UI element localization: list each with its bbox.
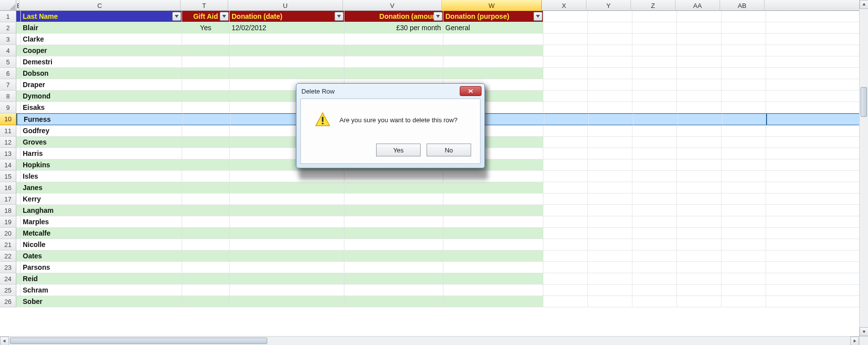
- cell-donation-date[interactable]: [230, 182, 344, 194]
- cell-b[interactable]: [16, 159, 21, 171]
- cell-b[interactable]: [16, 137, 21, 148]
- horizontal-scrollbar[interactable]: [0, 336, 859, 345]
- cell-blank[interactable]: [588, 296, 632, 307]
- cell-blank[interactable]: [722, 159, 766, 171]
- cell-donation-amount[interactable]: [344, 45, 443, 56]
- cell-donation-amount[interactable]: [344, 34, 443, 45]
- cell-donation-amount[interactable]: [344, 250, 443, 262]
- cell-gift-aid[interactable]: [182, 56, 230, 68]
- row-header-12[interactable]: 12: [0, 137, 16, 148]
- cell-gift-aid[interactable]: [182, 182, 230, 194]
- cell-gift-aid[interactable]: [182, 34, 230, 45]
- cell-gift-aid[interactable]: [182, 216, 230, 228]
- scroll-down-arrow[interactable]: [860, 327, 868, 336]
- cell-b[interactable]: [16, 171, 21, 182]
- row-header-20[interactable]: 20: [0, 228, 16, 239]
- cell-blank[interactable]: [632, 102, 677, 113]
- cell-blank[interactable]: [632, 239, 677, 250]
- cell-blank[interactable]: [722, 285, 766, 296]
- cell-blank[interactable]: [722, 56, 766, 68]
- cell-blank[interactable]: [588, 45, 632, 56]
- cell-donation-purpose[interactable]: [443, 216, 543, 228]
- cell-blank[interactable]: [543, 125, 588, 137]
- table-row[interactable]: Reid: [16, 273, 868, 285]
- column-header-AB[interactable]: AB: [720, 0, 765, 11]
- cell-blank[interactable]: [722, 262, 766, 273]
- cell-blank[interactable]: [543, 262, 588, 273]
- row-header-5[interactable]: 5: [0, 56, 16, 68]
- table-row[interactable]: Marples: [16, 216, 868, 228]
- row-header-9[interactable]: 9: [0, 102, 16, 113]
- cell-blank[interactable]: [632, 182, 677, 194]
- cell-blank[interactable]: [722, 250, 766, 262]
- cell-donation-date[interactable]: [230, 205, 344, 216]
- cell-donation-date[interactable]: [230, 34, 344, 45]
- cell-blank[interactable]: [588, 194, 632, 205]
- cell-blank[interactable]: [632, 262, 677, 273]
- row-header-18[interactable]: 18: [0, 205, 16, 216]
- cell-blank[interactable]: [543, 22, 588, 34]
- cell-blank[interactable]: [588, 262, 632, 273]
- cell-last-name[interactable]: Marples: [21, 216, 182, 228]
- cell-blank[interactable]: [632, 250, 677, 262]
- cell-last-name[interactable]: Dymond: [21, 91, 182, 102]
- cell-blank[interactable]: [632, 171, 677, 182]
- cell-donation-amount[interactable]: [344, 296, 443, 307]
- cell-blank[interactable]: [588, 285, 632, 296]
- cell-last-name[interactable]: Demestri: [21, 56, 182, 68]
- cell-blank[interactable]: [677, 125, 722, 137]
- cell-blank[interactable]: [723, 113, 767, 125]
- cell-blank[interactable]: [543, 273, 588, 285]
- cell-gift-aid[interactable]: [182, 79, 230, 91]
- header-gift-aid-cell[interactable]: Gift Aid: [182, 11, 230, 22]
- cell-donation-purpose[interactable]: [443, 205, 543, 216]
- cell-donation-purpose[interactable]: [443, 273, 543, 285]
- row-header-26[interactable]: 26: [0, 296, 16, 307]
- cell-last-name[interactable]: Reid: [21, 273, 182, 285]
- cell-blank[interactable]: [588, 11, 632, 22]
- cell-blank[interactable]: [722, 125, 766, 137]
- cell-blank[interactable]: [632, 45, 677, 56]
- cell-last-name[interactable]: Furness: [22, 113, 183, 125]
- column-header-U[interactable]: U: [228, 0, 343, 11]
- cell-blank[interactable]: [588, 159, 632, 171]
- cell-donation-amount[interactable]: [344, 228, 443, 239]
- cell-gift-aid[interactable]: [182, 285, 230, 296]
- cell-blank[interactable]: [543, 205, 588, 216]
- cell-blank[interactable]: [543, 228, 588, 239]
- select-all-corner[interactable]: [0, 0, 16, 11]
- cell-blank[interactable]: [543, 45, 588, 56]
- cell-blank[interactable]: [588, 148, 632, 159]
- cell-donation-purpose[interactable]: [443, 239, 543, 250]
- cell-last-name[interactable]: Janes: [21, 182, 182, 194]
- cell-donation-date[interactable]: [230, 262, 344, 273]
- cell-b[interactable]: [16, 148, 21, 159]
- cell-blank[interactable]: [543, 79, 588, 91]
- cell-gift-aid[interactable]: [182, 194, 230, 205]
- cell-last-name[interactable]: Harris: [21, 148, 182, 159]
- cell-blank[interactable]: [543, 171, 588, 182]
- cell-last-name[interactable]: Blair: [21, 22, 182, 34]
- cell-b[interactable]: [16, 102, 21, 113]
- row-header-21[interactable]: 21: [0, 239, 16, 250]
- cell-blank[interactable]: [722, 11, 766, 22]
- cell-blank[interactable]: [632, 148, 677, 159]
- row-header-19[interactable]: 19: [0, 216, 16, 228]
- cell-b[interactable]: [16, 91, 21, 102]
- cell-blank[interactable]: [677, 171, 722, 182]
- cell-last-name[interactable]: Kerry: [21, 194, 182, 205]
- cell-blank[interactable]: [632, 228, 677, 239]
- cell-blank[interactable]: [677, 45, 722, 56]
- cell-blank[interactable]: [588, 250, 632, 262]
- cell-donation-purpose[interactable]: [443, 285, 543, 296]
- cell-blank[interactable]: [677, 296, 722, 307]
- cell-last-name[interactable]: Parsons: [21, 262, 182, 273]
- cell-blank[interactable]: [632, 91, 677, 102]
- cell-blank[interactable]: [588, 125, 632, 137]
- cell-donation-amount[interactable]: [344, 285, 443, 296]
- cell-blank[interactable]: [722, 34, 766, 45]
- cell-gift-aid[interactable]: [182, 250, 230, 262]
- cell-last-name[interactable]: Clarke: [21, 34, 182, 45]
- cell-donation-amount[interactable]: [344, 239, 443, 250]
- cell-gift-aid[interactable]: [182, 228, 230, 239]
